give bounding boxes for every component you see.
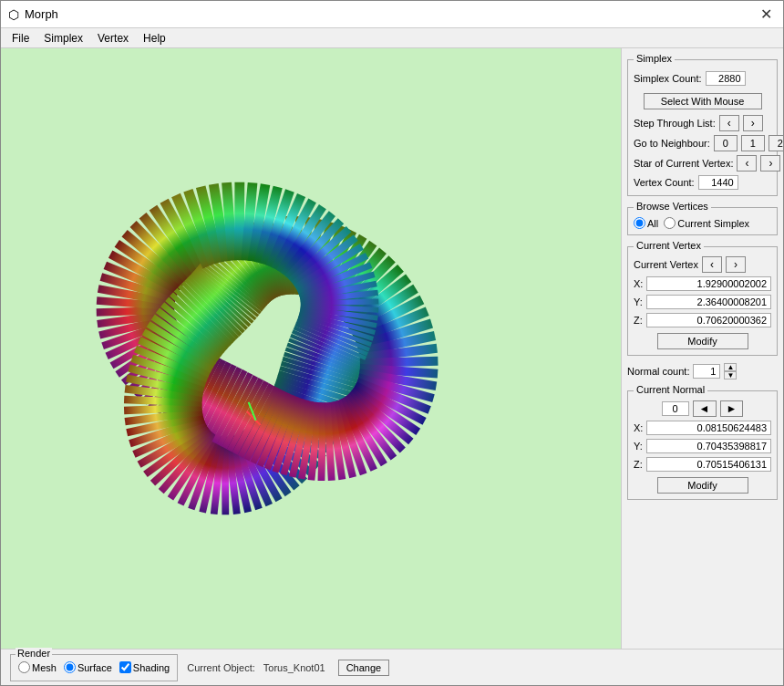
surface-radio[interactable] [64,661,76,673]
shading-label: Shading [133,662,170,673]
current-vertex-prev-button[interactable]: ‹ [702,256,722,273]
current-normal-title: Current Normal [634,384,707,395]
normal-y-label: Y: [634,441,643,452]
change-button[interactable]: Change [338,660,390,676]
surface-radio-label[interactable]: Surface [64,661,112,673]
canvas-area [1,48,621,649]
star-prev-button[interactable]: ‹ [737,155,757,172]
current-vertex-group: Current Vertex Current Vertex ‹ › X: 1.9… [627,246,778,356]
select-with-mouse-button[interactable]: Select With Mouse [644,93,762,109]
star-of-current-vertex-label: Star of Current Vertex: [634,158,733,169]
radio-all[interactable] [634,217,645,229]
normal-prev-button[interactable]: ◄ [693,400,717,417]
normal-x-label: X: [634,422,643,433]
normal-z-label: Z: [634,459,643,470]
normal-next-button[interactable]: ► [720,400,744,417]
menu-file[interactable]: File [5,30,36,46]
current-normal-group: Current Normal 0 ◄ ► X: 0.08150624483 Y:… [627,390,778,500]
app-title: Morph [25,7,58,21]
current-vertex-group-title: Current Vertex [634,240,704,251]
star-next-button[interactable]: › [760,155,780,172]
current-object-label: Current Object: Torus_Knot01 [187,662,325,673]
simplex-group: Simplex Simplex Count: 2880 Select With … [627,59,778,196]
surface-label: Surface [77,662,112,673]
current-object-value: Torus_Knot01 [263,662,325,673]
radio-current-simplex-label[interactable]: Current Simplex [664,217,749,229]
radio-all-text: All [647,218,658,229]
bottom-bar: Render Mesh Surface Shading Current Obje… [1,649,783,685]
vertex-y-value: 2.36400008201 [646,295,771,309]
simplex-group-title: Simplex [634,53,675,64]
vertex-modify-button[interactable]: Modify [657,333,748,349]
vertex-x-label: X: [634,278,643,289]
current-vertex-label: Current Vertex [634,259,698,270]
normal-count-wrapper: 1 [693,364,720,379]
close-button[interactable]: ✕ [757,5,776,23]
vertex-count-value: 1440 [698,175,738,190]
app-icon: ⬡ [8,7,19,22]
right-panel: Simplex Simplex Count: 2880 Select With … [621,48,783,649]
main-content: Simplex Simplex Count: 2880 Select With … [1,48,783,649]
render-title: Render [15,648,52,659]
radio-all-label[interactable]: All [634,217,658,229]
radio-current-simplex[interactable] [664,217,676,229]
browse-vertices-title: Browse Vertices [634,201,711,212]
normal-count-down[interactable]: ▼ [724,371,737,379]
current-vertex-next-button[interactable]: › [726,256,746,273]
vertex-z-label: Z: [634,315,643,326]
vertex-z-value: 0.70620000362 [646,313,771,327]
menubar: File Simplex Vertex Help [1,28,783,48]
vertex-x-value: 1.92900002002 [646,276,771,291]
shape-canvas[interactable] [1,48,621,649]
normal-count-value: 1 [693,364,720,379]
vertex-count-label: Vertex Count: [634,177,695,188]
mesh-label: Mesh [32,662,57,673]
neighbour-2-button[interactable]: 2 [769,135,783,151]
menu-vertex[interactable]: Vertex [90,30,136,46]
neighbour-0-button[interactable]: 0 [714,135,738,151]
step-through-list-label: Step Through List: [634,118,716,129]
simplex-count-label: Simplex Count: [634,73,702,84]
normal-z-value: 0.70515406131 [646,457,771,472]
vertex-y-label: Y: [634,296,643,307]
browse-vertices-group: Browse Vertices All Current Simplex [627,207,778,235]
normal-count-label: Normal count: [627,366,689,377]
titlebar: ⬡ Morph ✕ [1,1,783,28]
app-window: ⬡ Morph ✕ File Simplex Vertex Help Simpl… [0,0,784,686]
shading-checkbox[interactable] [119,661,131,673]
normal-index-value: 0 [662,401,689,416]
menu-help[interactable]: Help [136,30,173,46]
simplex-count-value: 2880 [706,71,746,86]
step-next-button[interactable]: › [743,115,763,131]
normal-count-spinner: ▲ ▼ [724,363,737,379]
normal-count-up[interactable]: ▲ [724,363,737,371]
titlebar-left: ⬡ Morph [8,7,58,22]
render-group: Render Mesh Surface Shading [10,654,178,681]
menu-simplex[interactable]: Simplex [36,30,90,46]
shading-checkbox-label[interactable]: Shading [119,661,170,673]
radio-current-simplex-text: Current Simplex [677,218,749,229]
step-prev-button[interactable]: ‹ [719,115,739,131]
normal-modify-button[interactable]: Modify [657,477,748,494]
mesh-radio[interactable] [18,661,30,673]
normal-x-value: 0.08150624483 [646,421,771,435]
neighbour-1-button[interactable]: 1 [741,135,765,151]
mesh-radio-label[interactable]: Mesh [18,661,57,673]
go-to-neighbour-label: Go to Neighbour: [634,138,710,149]
normal-y-value: 0.70435398817 [646,439,771,453]
